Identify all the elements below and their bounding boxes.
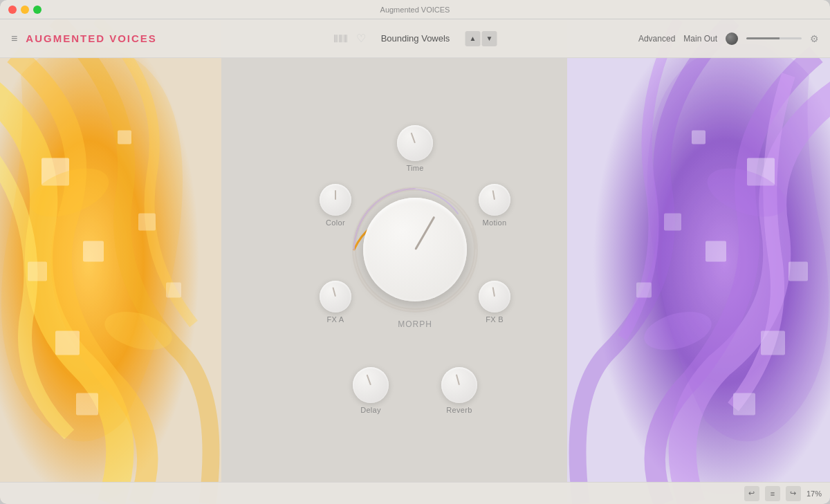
- controls-container: Time Color Motion: [0, 58, 830, 482]
- volume-knob[interactable]: [726, 32, 738, 45]
- morph-ring: [349, 184, 481, 315]
- traffic-lights: [8, 6, 42, 14]
- preset-next-button[interactable]: ▼: [482, 31, 497, 46]
- close-button[interactable]: [8, 6, 17, 14]
- main-out-label: Main Out: [683, 34, 717, 44]
- favorite-icon[interactable]: ♡: [356, 32, 366, 45]
- motion-knob[interactable]: [479, 184, 510, 216]
- reverb-knob-container: Reverb: [441, 367, 477, 414]
- knobs-layout: Time Color Motion: [284, 118, 546, 422]
- fx-a-knob-container: FX A: [320, 281, 351, 324]
- main-content: ≡ AUGMENTED VOICES ⦀⦀⦀ ♡ Bounding Vowels…: [0, 19, 830, 504]
- fx-b-knob[interactable]: [479, 281, 510, 312]
- color-label: Color: [326, 218, 345, 227]
- fx-b-knob-container: FX B: [479, 281, 510, 324]
- color-knob[interactable]: [320, 184, 351, 216]
- reverb-label: Reverb: [446, 406, 472, 414]
- morph-knob-indicator: [414, 216, 435, 250]
- navbar: ≡ AUGMENTED VOICES ⦀⦀⦀ ♡ Bounding Vowels…: [0, 19, 830, 58]
- nav-right: Advanced Main Out ⚙: [638, 32, 819, 45]
- motion-label: Motion: [483, 218, 507, 227]
- redo-button[interactable]: ↪: [786, 486, 801, 501]
- morph-container: MORPH: [349, 184, 481, 329]
- nav-center: ⦀⦀⦀ ♡ Bounding Vowels ▲ ▼: [333, 31, 497, 46]
- list-button[interactable]: ≡: [765, 486, 780, 501]
- fx-a-knob[interactable]: [320, 281, 351, 312]
- time-knob[interactable]: [397, 125, 433, 161]
- maximize-button[interactable]: [33, 6, 42, 14]
- morph-knob[interactable]: [363, 198, 467, 301]
- delay-knob[interactable]: [353, 367, 389, 403]
- preset-name: Bounding Vowels: [374, 33, 457, 44]
- advanced-button[interactable]: Advanced: [638, 34, 675, 44]
- app-title: AUGMENTED VOICES: [26, 32, 157, 44]
- fx-a-label: FX A: [326, 315, 344, 324]
- preset-prev-button[interactable]: ▲: [465, 31, 481, 46]
- main-window: Augmented VOICES: [0, 0, 830, 504]
- undo-button[interactable]: ↩: [744, 486, 759, 501]
- morph-label: MORPH: [398, 319, 432, 329]
- delay-label: Delay: [360, 406, 381, 414]
- fx-b-label: FX B: [486, 315, 504, 324]
- volume-slider[interactable]: [746, 37, 802, 39]
- preset-nav-arrows: ▲ ▼: [465, 31, 497, 46]
- bottom-bar: ↩ ≡ ↪ 17%: [0, 482, 830, 504]
- titlebar: Augmented VOICES: [0, 0, 830, 19]
- time-label: Time: [406, 164, 423, 172]
- reverb-knob[interactable]: [441, 367, 477, 403]
- delay-knob-container: Delay: [353, 367, 389, 414]
- window-title: Augmented VOICES: [380, 6, 450, 14]
- time-knob-container: Time: [397, 125, 433, 172]
- motion-knob-container: Motion: [479, 184, 510, 227]
- menu-icon[interactable]: ≡: [11, 32, 17, 45]
- zoom-level: 17%: [806, 489, 822, 498]
- minimize-button[interactable]: [21, 6, 29, 14]
- color-knob-container: Color: [320, 184, 351, 227]
- settings-icon[interactable]: ⚙: [810, 33, 819, 44]
- waveform-icon[interactable]: ⦀⦀⦀: [333, 32, 348, 45]
